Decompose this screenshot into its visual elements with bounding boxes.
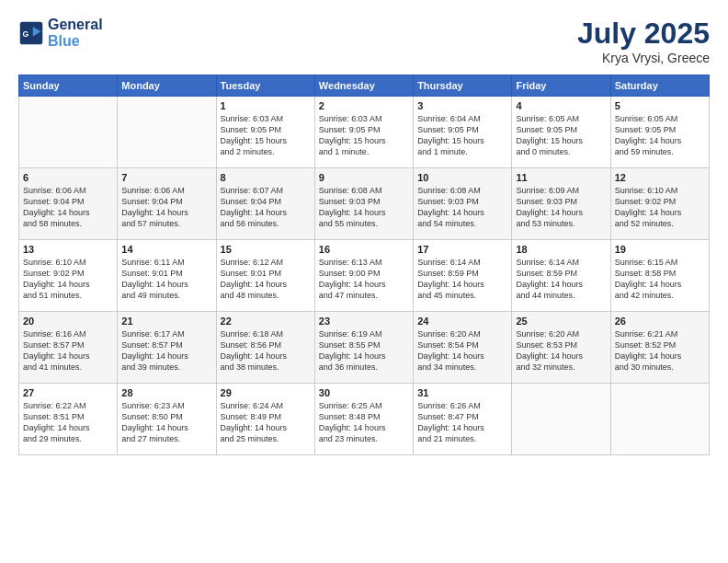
day-cell: 16Sunrise: 6:13 AMSunset: 9:00 PMDayligh… [314,240,413,312]
logo-line1: General [48,17,103,33]
month-title: July 2025 [577,17,710,51]
week-row-3: 13Sunrise: 6:10 AMSunset: 9:02 PMDayligh… [19,240,710,312]
day-info: Sunrise: 6:18 AMSunset: 8:56 PMDaylight:… [221,328,311,373]
day-info: Sunrise: 6:06 AMSunset: 9:04 PMDaylight:… [23,185,113,230]
page: G General Blue July 2025 Krya Vrysi, Gre… [0,0,728,563]
day-cell: 15Sunrise: 6:12 AMSunset: 9:01 PMDayligh… [216,240,314,312]
day-cell: 28Sunrise: 6:23 AMSunset: 8:50 PMDayligh… [118,384,216,455]
logo-line2: Blue [48,33,80,49]
day-cell: 3Sunrise: 6:04 AMSunset: 9:05 PMDaylight… [414,97,512,168]
col-header-thursday: Thursday [414,75,512,97]
day-cell: 22Sunrise: 6:18 AMSunset: 8:56 PMDayligh… [216,312,314,384]
day-cell: 27Sunrise: 6:22 AMSunset: 8:51 PMDayligh… [19,384,118,455]
header-row: SundayMondayTuesdayWednesdayThursdayFrid… [19,75,710,97]
day-number: 10 [417,172,507,183]
day-number: 13 [23,244,113,255]
day-info: Sunrise: 6:19 AMSunset: 8:55 PMDaylight:… [319,328,409,373]
week-row-5: 27Sunrise: 6:22 AMSunset: 8:51 PMDayligh… [19,384,710,455]
day-number: 21 [121,316,211,327]
day-info: Sunrise: 6:04 AMSunset: 9:05 PMDaylight:… [417,113,507,158]
day-number: 30 [319,387,409,398]
day-info: Sunrise: 6:03 AMSunset: 9:05 PMDaylight:… [221,113,311,158]
day-info: Sunrise: 6:20 AMSunset: 8:54 PMDaylight:… [417,328,507,373]
day-number: 22 [221,316,311,327]
logo-text: General Blue [48,17,103,49]
day-number: 15 [221,244,311,255]
day-cell: 23Sunrise: 6:19 AMSunset: 8:55 PMDayligh… [314,312,413,384]
calendar-header: SundayMondayTuesdayWednesdayThursdayFrid… [19,75,710,97]
day-cell: 7Sunrise: 6:06 AMSunset: 9:04 PMDaylight… [118,168,216,240]
day-info: Sunrise: 6:08 AMSunset: 9:03 PMDaylight:… [417,185,507,230]
day-info: Sunrise: 6:03 AMSunset: 9:05 PMDaylight:… [319,113,409,158]
day-info: Sunrise: 6:11 AMSunset: 9:01 PMDaylight:… [121,257,211,302]
day-info: Sunrise: 6:14 AMSunset: 8:59 PMDaylight:… [516,257,606,302]
day-cell: 2Sunrise: 6:03 AMSunset: 9:05 PMDaylight… [314,97,413,168]
day-cell: 18Sunrise: 6:14 AMSunset: 8:59 PMDayligh… [512,240,610,312]
day-cell: 6Sunrise: 6:06 AMSunset: 9:04 PMDaylight… [19,168,118,240]
day-number: 9 [319,172,409,183]
day-cell: 14Sunrise: 6:11 AMSunset: 9:01 PMDayligh… [118,240,216,312]
day-info: Sunrise: 6:15 AMSunset: 8:58 PMDaylight:… [615,257,705,302]
day-info: Sunrise: 6:23 AMSunset: 8:50 PMDaylight:… [121,400,211,445]
day-cell: 1Sunrise: 6:03 AMSunset: 9:05 PMDaylight… [216,97,314,168]
day-number: 8 [221,172,311,183]
day-cell [610,384,709,455]
day-info: Sunrise: 6:08 AMSunset: 9:03 PMDaylight:… [319,185,409,230]
col-header-saturday: Saturday [610,75,709,97]
day-info: Sunrise: 6:05 AMSunset: 9:05 PMDaylight:… [615,113,705,158]
week-row-1: 1Sunrise: 6:03 AMSunset: 9:05 PMDaylight… [19,97,710,168]
day-cell: 31Sunrise: 6:26 AMSunset: 8:47 PMDayligh… [414,384,512,455]
day-number: 18 [516,244,606,255]
day-info: Sunrise: 6:10 AMSunset: 9:02 PMDaylight:… [23,257,113,302]
day-number: 5 [615,100,705,111]
day-cell [512,384,610,455]
week-row-4: 20Sunrise: 6:16 AMSunset: 8:57 PMDayligh… [19,312,710,384]
day-number: 24 [417,316,507,327]
week-row-2: 6Sunrise: 6:06 AMSunset: 9:04 PMDaylight… [19,168,710,240]
day-number: 28 [121,387,211,398]
day-info: Sunrise: 6:20 AMSunset: 8:53 PMDaylight:… [516,328,606,373]
day-number: 7 [121,172,211,183]
logo: G General Blue [18,17,103,49]
col-header-sunday: Sunday [19,75,118,97]
day-info: Sunrise: 6:24 AMSunset: 8:49 PMDaylight:… [221,400,311,445]
day-number: 16 [319,244,409,255]
day-number: 31 [417,387,507,398]
day-number: 26 [615,316,705,327]
col-header-tuesday: Tuesday [216,75,314,97]
day-cell: 10Sunrise: 6:08 AMSunset: 9:03 PMDayligh… [414,168,512,240]
day-info: Sunrise: 6:10 AMSunset: 9:02 PMDaylight:… [615,185,705,230]
day-cell: 29Sunrise: 6:24 AMSunset: 8:49 PMDayligh… [216,384,314,455]
day-info: Sunrise: 6:13 AMSunset: 9:00 PMDaylight:… [319,257,409,302]
logo-icon: G [18,20,44,46]
day-info: Sunrise: 6:06 AMSunset: 9:04 PMDaylight:… [121,185,211,230]
day-info: Sunrise: 6:26 AMSunset: 8:47 PMDaylight:… [417,400,507,445]
day-cell: 8Sunrise: 6:07 AMSunset: 9:04 PMDaylight… [216,168,314,240]
day-info: Sunrise: 6:21 AMSunset: 8:52 PMDaylight:… [615,328,705,373]
day-number: 6 [23,172,113,183]
day-cell: 26Sunrise: 6:21 AMSunset: 8:52 PMDayligh… [610,312,709,384]
day-info: Sunrise: 6:14 AMSunset: 8:59 PMDaylight:… [417,257,507,302]
header: G General Blue July 2025 Krya Vrysi, Gre… [18,17,710,65]
day-number: 17 [417,244,507,255]
day-cell: 5Sunrise: 6:05 AMSunset: 9:05 PMDaylight… [610,97,709,168]
day-cell: 21Sunrise: 6:17 AMSunset: 8:57 PMDayligh… [118,312,216,384]
col-header-friday: Friday [512,75,610,97]
calendar: SundayMondayTuesdayWednesdayThursdayFrid… [18,75,710,455]
day-info: Sunrise: 6:05 AMSunset: 9:05 PMDaylight:… [516,113,606,158]
day-cell [118,97,216,168]
day-number: 19 [615,244,705,255]
title-block: July 2025 Krya Vrysi, Greece [577,17,710,65]
location: Krya Vrysi, Greece [577,51,710,65]
day-info: Sunrise: 6:25 AMSunset: 8:48 PMDaylight:… [319,400,409,445]
day-cell: 24Sunrise: 6:20 AMSunset: 8:54 PMDayligh… [414,312,512,384]
day-number: 25 [516,316,606,327]
day-number: 2 [319,100,409,111]
calendar-body: 1Sunrise: 6:03 AMSunset: 9:05 PMDaylight… [19,97,710,455]
day-info: Sunrise: 6:22 AMSunset: 8:51 PMDaylight:… [23,400,113,445]
day-cell: 19Sunrise: 6:15 AMSunset: 8:58 PMDayligh… [610,240,709,312]
day-info: Sunrise: 6:16 AMSunset: 8:57 PMDaylight:… [23,328,113,373]
day-cell: 4Sunrise: 6:05 AMSunset: 9:05 PMDaylight… [512,97,610,168]
day-info: Sunrise: 6:12 AMSunset: 9:01 PMDaylight:… [221,257,311,302]
day-info: Sunrise: 6:07 AMSunset: 9:04 PMDaylight:… [221,185,311,230]
